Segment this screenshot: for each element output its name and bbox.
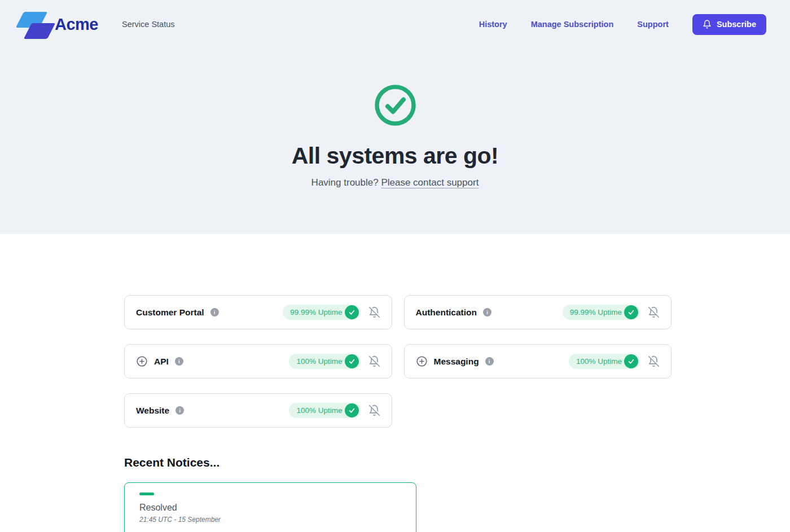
operational-check-icon [624, 305, 638, 319]
service-card-api: API i 100% Uptime [124, 344, 392, 379]
operational-check-icon [624, 354, 638, 368]
check-circle-icon [375, 85, 416, 128]
info-icon[interactable]: i [175, 357, 183, 366]
service-name: Customer Portal [136, 307, 204, 318]
nav-link-support[interactable]: Support [637, 20, 669, 29]
top-section: Acme Service Status History Manage Subsc… [0, 0, 790, 234]
bell-off-icon[interactable] [368, 405, 380, 416]
bell-off-icon[interactable] [368, 355, 380, 367]
page-subtitle: Service Status [122, 20, 175, 29]
acme-logo-icon [14, 8, 55, 41]
operational-check-icon [345, 354, 359, 368]
nav-link-manage-subscription[interactable]: Manage Subscription [531, 20, 614, 29]
service-card-authentication: Authentication i 99.99% Uptime [404, 295, 672, 329]
contact-support-link[interactable]: Please contact support [381, 177, 479, 188]
services-grid: Customer Portal i 99.99% Uptime Authenti… [124, 295, 672, 428]
notice-status-dash [139, 493, 154, 495]
notice-status: Resolved [139, 503, 401, 513]
header: Acme Service Status History Manage Subsc… [0, 0, 790, 49]
service-name: API [154, 357, 169, 367]
bell-off-icon[interactable] [368, 306, 380, 318]
brand-name: Acme [55, 15, 98, 34]
brand[interactable]: Acme [14, 8, 98, 41]
expand-plus-icon[interactable] [136, 355, 148, 367]
hero: All systems are go! Having trouble? Plea… [0, 49, 790, 188]
notice-card[interactable]: Resolved 21:45 UTC - 15 September [124, 482, 416, 532]
subscribe-button[interactable]: Subscribe [692, 14, 766, 35]
service-card-customer-portal: Customer Portal i 99.99% Uptime [124, 295, 392, 329]
service-name: Website [136, 406, 169, 416]
bell-off-icon[interactable] [648, 306, 660, 318]
operational-check-icon [345, 403, 359, 417]
info-icon[interactable]: i [485, 357, 494, 366]
subscribe-button-label: Subscribe [717, 20, 756, 29]
main-content: Customer Portal i 99.99% Uptime Authenti… [124, 295, 672, 532]
nav-link-history[interactable]: History [479, 20, 507, 29]
info-icon[interactable]: i [210, 308, 219, 316]
operational-check-icon [345, 305, 359, 319]
subtext-prefix: Having trouble? [311, 177, 381, 188]
info-icon[interactable]: i [175, 406, 184, 415]
service-card-website: Website i 100% Uptime [124, 393, 392, 428]
top-nav: History Manage Subscription Support Subs… [479, 14, 766, 35]
status-subtext: Having trouble? Please contact support [0, 177, 790, 188]
bell-icon [703, 20, 712, 29]
notice-timestamp: 21:45 UTC - 15 September [139, 516, 401, 524]
status-title: All systems are go! [0, 143, 790, 169]
service-name: Messaging [434, 357, 479, 367]
expand-plus-icon[interactable] [416, 355, 428, 367]
recent-notices-heading: Recent Notices... [124, 456, 672, 469]
bell-off-icon[interactable] [648, 355, 660, 367]
service-card-messaging: Messaging i 100% Uptime [404, 344, 672, 379]
info-icon[interactable]: i [483, 308, 491, 316]
service-name: Authentication [416, 307, 477, 318]
